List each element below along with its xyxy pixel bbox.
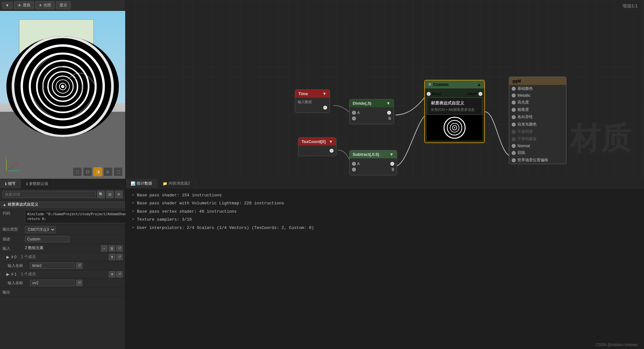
node-texcoord-arrow: ▼ bbox=[329, 139, 333, 144]
node-time-header: Time ▼ bbox=[295, 90, 330, 98]
node-texcoord-body bbox=[298, 146, 336, 156]
stats-line: Base pass vertex shader: 46 instructions bbox=[132, 208, 638, 215]
props-tab-detail[interactable]: ℹ 细节 bbox=[0, 179, 21, 188]
collapse-icon: ▲ bbox=[3, 202, 6, 207]
viewport-axes: Y Z X bbox=[3, 156, 22, 176]
ggm-pin-basecolor: 基础颜色 bbox=[509, 85, 566, 92]
stats-tab-1[interactable]: 📊 统计数据 bbox=[126, 179, 157, 188]
ggm-pin-metallic: Metallic bbox=[509, 92, 566, 99]
props-tabs: ℹ 细节 ℹ 参数默认值 bbox=[0, 179, 125, 189]
viewport-icon-2[interactable]: ⬡ bbox=[83, 167, 92, 176]
node-editor: 缩放1:1 Time ▼ 输入数据 bbox=[126, 0, 644, 179]
ggm-pin-worldoffset: 世界场景位置偏移 bbox=[509, 156, 566, 164]
ggm-pin-anisotropy: 各向异性 bbox=[509, 113, 566, 121]
eye-icon-btn[interactable]: 👁 bbox=[115, 191, 123, 198]
input1-expand-btn[interactable]: ▼ bbox=[109, 271, 115, 277]
stats-line: Texture samplers: 3/16 bbox=[132, 216, 638, 223]
display-btn[interactable]: 显示 bbox=[56, 1, 71, 9]
pin-emissive bbox=[512, 123, 516, 126]
custom-tooltip: 材质表达式自定义 长按(Ctrl + Alt)获取更多信息 bbox=[427, 97, 482, 115]
stats-tab2-icon: 📁 bbox=[163, 181, 167, 186]
node-custom-header: ⚙ Custom ▲ bbox=[425, 80, 484, 88]
lighting-label: 光照 bbox=[43, 3, 51, 8]
lighting-btn[interactable]: ☀ 光照 bbox=[35, 1, 55, 9]
input1-name-input[interactable] bbox=[30, 280, 75, 286]
csdn-credit: CSDN @Addam Holmes bbox=[595, 343, 638, 347]
desc-input[interactable] bbox=[25, 236, 70, 242]
input1-name-reset-btn[interactable]: ↺ bbox=[76, 280, 82, 286]
menu-arrow-icon: ▼ bbox=[5, 3, 9, 8]
pin-normal bbox=[512, 144, 516, 148]
stats-line: Base pass shader: 154 instructions bbox=[132, 192, 638, 199]
grid-view-btn[interactable]: ⊞ bbox=[106, 191, 114, 198]
info-icon-detail: ℹ bbox=[5, 182, 7, 186]
stats-panel: 📊 统计数据 📁 内容浏览器2 Base pass shader: 154 in… bbox=[126, 179, 644, 349]
input1-collapse-icon: ▶ bbox=[6, 272, 9, 277]
node-subtract[interactable]: Subtract(,0.5) ▼ A B bbox=[349, 150, 397, 175]
input0-name-reset-btn[interactable]: ↺ bbox=[76, 262, 82, 269]
viewport-icon-1[interactable]: ⬚ bbox=[73, 167, 82, 176]
input-refresh-btn[interactable]: ↺ bbox=[116, 245, 123, 252]
input-delete-btn[interactable]: 🗑 bbox=[109, 245, 115, 252]
node-ggm-body: 基础颜色 Metallic 高光度 粗糙度 各向异性 自发光颜色 不透明度 不透… bbox=[509, 85, 566, 164]
props-row-code: 代码 #include "D:/GameProject/studyProject… bbox=[0, 209, 125, 225]
viewport-menu-btn[interactable]: ▼ bbox=[2, 2, 13, 9]
viewport-icon-5[interactable]: ⬚ bbox=[114, 167, 123, 176]
viewport-panel: ▼ 👁 透视 ☀ 光照 显示 bbox=[0, 0, 126, 179]
props-row-output-type: 输出类型 CMOT浮点3 bbox=[0, 225, 125, 235]
node-time-pin-row bbox=[298, 106, 327, 110]
node-divide-pin-b: B bbox=[352, 116, 391, 121]
input0-reset-btn[interactable]: ↺ bbox=[116, 254, 123, 260]
node-custom[interactable]: ⚙ Custom ▲ time2 return 材质表达式自定义 长按(Ctrl… bbox=[424, 80, 485, 143]
pin-divide-b-label: B bbox=[388, 116, 391, 121]
pin-worldoffset bbox=[512, 158, 516, 162]
node-divide-arrow: ▼ bbox=[386, 101, 390, 106]
node-subtract-pin-a: A bbox=[352, 162, 394, 166]
material-watermark: 材质 bbox=[570, 118, 631, 160]
viewport-icon-4[interactable]: ▷ bbox=[103, 167, 112, 176]
input-actions: + 🗑 ↺ bbox=[101, 245, 123, 252]
node-subtract-title: Subtract(,0.5) bbox=[353, 152, 379, 157]
node-divide-header: Divide(,5) ▼ bbox=[349, 99, 394, 107]
pin-subtract-b-input bbox=[352, 168, 356, 171]
pin-divide-a-label: A bbox=[357, 110, 360, 115]
input0-name-input[interactable] bbox=[30, 262, 75, 269]
node-ggm[interactable]: ggM 基础颜色 Metallic 高光度 粗糙度 各向异性 自发光颜色 不透明… bbox=[509, 77, 566, 164]
node-subtract-pin-b: B bbox=[352, 167, 394, 172]
stats-content: Base pass shader: 154 instructionsBase p… bbox=[126, 188, 644, 349]
input0-expand-btn[interactable]: ▼ bbox=[109, 254, 115, 260]
props-row-input0-name: 输入名称 ↺ bbox=[0, 261, 125, 270]
stats-tab2-label: 内容浏览器2 bbox=[169, 181, 190, 186]
stats-tab-2[interactable]: 📁 内容浏览器2 bbox=[157, 179, 195, 188]
pin-tangent bbox=[512, 151, 516, 155]
input-add-btn[interactable]: + bbox=[101, 245, 107, 252]
node-divide[interactable]: Divide(,5) ▼ A B bbox=[349, 99, 394, 124]
input0-label: # 0 bbox=[11, 255, 17, 259]
perspective-icon: 👁 bbox=[18, 3, 21, 8]
search-icon-btn[interactable]: 🔍 bbox=[97, 191, 105, 198]
node-time[interactable]: Time ▼ 输入数据 bbox=[295, 89, 330, 113]
tooltip-title: 材质表达式自定义 bbox=[431, 100, 478, 106]
pin-roughness bbox=[512, 108, 516, 112]
output-type-select[interactable]: CMOT浮点3 bbox=[25, 226, 56, 233]
pin-subtract-b-label: B bbox=[392, 167, 394, 172]
node-texcoord[interactable]: TexCoord[0] ▼ bbox=[298, 137, 336, 156]
input0-section: ▶ # 0 1 个成员 ▼ ↺ bbox=[0, 253, 125, 261]
node-texcoord-header: TexCoord[0] ▼ bbox=[298, 138, 336, 146]
node-custom-arrow: ▲ bbox=[477, 82, 481, 87]
viewport-bottom-icons: ⬚ ⬡ ◨ ▷ ⬚ bbox=[73, 167, 123, 176]
input0-collapse-icon: ▶ bbox=[6, 255, 9, 259]
ggm-pin-roughness: 粗糙度 bbox=[509, 106, 566, 113]
viewport-icon-3[interactable]: ◨ bbox=[93, 167, 102, 176]
node-texcoord-title: TexCoord[0] bbox=[302, 139, 326, 144]
props-search-input[interactable] bbox=[3, 191, 96, 198]
node-texcoord-pin bbox=[301, 149, 334, 153]
props-tab-params[interactable]: ℹ 参数默认值 bbox=[21, 179, 54, 188]
svg-text:Z: Z bbox=[5, 156, 7, 160]
svg-text:X: X bbox=[15, 163, 17, 166]
input1-label: # 1 bbox=[11, 272, 17, 277]
input1-reset-btn[interactable]: ↺ bbox=[116, 271, 123, 277]
props-tab-detail-label: 细节 bbox=[8, 181, 16, 186]
perspective-btn[interactable]: 👁 透视 bbox=[14, 1, 34, 9]
code-label: 代码 bbox=[3, 210, 25, 216]
